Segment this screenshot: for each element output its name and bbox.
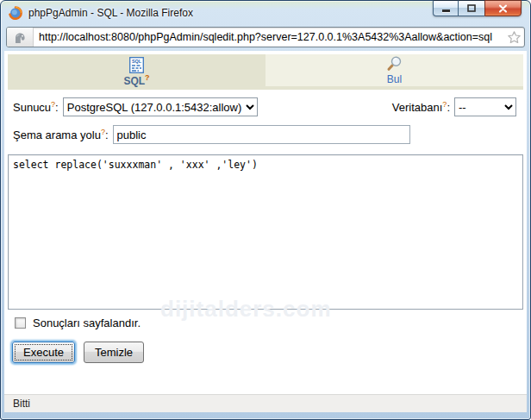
schema-label: Şema arama yolu?: bbox=[13, 129, 109, 141]
server-select[interactable]: PostgreSQL (127.0.0.1:5432:allow) bbox=[63, 97, 258, 116]
magnifier-icon bbox=[386, 55, 403, 72]
bookmark-star-button[interactable] bbox=[503, 30, 524, 45]
server-label: Sunucu?: bbox=[13, 101, 59, 114]
close-icon bbox=[498, 4, 508, 13]
window-controls bbox=[433, 0, 522, 16]
sql-editor-container: select replace('suxxxman' , 'xxx' ,'ley'… bbox=[8, 154, 523, 310]
svg-text:SQL: SQL bbox=[132, 59, 142, 64]
database-field: Veritabanı?: -- bbox=[392, 97, 516, 116]
maximize-button[interactable] bbox=[459, 0, 484, 16]
tab-bul[interactable]: Bul bbox=[266, 54, 523, 90]
schema-label-text: Şema arama yolu bbox=[13, 129, 101, 141]
schema-search-path-row: Şema arama yolu?: bbox=[8, 124, 523, 145]
database-label-text: Veritabanı bbox=[392, 101, 443, 114]
status-text: Bitti bbox=[13, 398, 30, 410]
paginate-row: Sonuçları sayfalandır. bbox=[15, 317, 141, 329]
site-identity-button[interactable] bbox=[7, 28, 34, 47]
tab-bul-label: Bul bbox=[387, 73, 402, 85]
postgresql-elephant-icon bbox=[13, 31, 27, 44]
url-bar bbox=[6, 27, 525, 47]
clear-button[interactable]: Temizle bbox=[84, 342, 144, 363]
sql-file-icon: SQL bbox=[129, 57, 144, 73]
firefox-logo-icon bbox=[9, 6, 22, 20]
tab-sql-label: SQL? bbox=[123, 75, 149, 87]
bookmark-star-icon bbox=[507, 30, 522, 45]
server-label-colon: : bbox=[55, 101, 59, 114]
tab-bar: SQL SQL? Bul bbox=[8, 54, 523, 90]
navigation-toolbar bbox=[1, 25, 530, 51]
sql-help-link[interactable]: ? bbox=[145, 73, 150, 82]
page-content: SQL SQL? Bul Sunucu?: Pos bbox=[4, 51, 527, 412]
title-bar[interactable]: phpPgAdmin - SQL - Mozilla Firefox bbox=[1, 1, 530, 25]
browser-window: phpPgAdmin - SQL - Mozilla Firefox bbox=[0, 0, 531, 420]
database-label-colon: : bbox=[447, 101, 450, 114]
minimize-button[interactable] bbox=[433, 0, 459, 16]
database-label: Veritabanı?: bbox=[392, 101, 450, 114]
server-field: Sunucu?: PostgreSQL (127.0.0.1:5432:allo… bbox=[13, 97, 258, 116]
maximize-icon bbox=[467, 4, 476, 12]
close-button[interactable] bbox=[484, 0, 522, 16]
execute-button[interactable]: Execute bbox=[12, 342, 75, 363]
schema-label-colon: : bbox=[105, 129, 109, 141]
database-select[interactable]: -- bbox=[454, 97, 516, 116]
sql-textarea[interactable]: select replace('suxxxman' , 'xxx' ,'ley'… bbox=[8, 154, 523, 310]
paginate-checkbox[interactable] bbox=[15, 317, 26, 329]
url-input[interactable] bbox=[34, 31, 503, 43]
server-database-row: Sunucu?: PostgreSQL (127.0.0.1:5432:allo… bbox=[8, 96, 523, 118]
action-buttons-row: Execute Temizle bbox=[12, 342, 144, 363]
paginate-label[interactable]: Sonuçları sayfalandır. bbox=[33, 317, 141, 329]
status-bar: Bitti bbox=[4, 394, 527, 412]
server-label-text: Sunucu bbox=[13, 101, 51, 114]
window-title: phpPgAdmin - SQL - Mozilla Firefox bbox=[28, 7, 193, 19]
schema-search-path-input[interactable] bbox=[113, 125, 410, 144]
tab-sql[interactable]: SQL SQL? bbox=[8, 54, 266, 90]
tab-sql-text: SQL bbox=[123, 75, 145, 87]
minimize-icon bbox=[442, 9, 450, 12]
